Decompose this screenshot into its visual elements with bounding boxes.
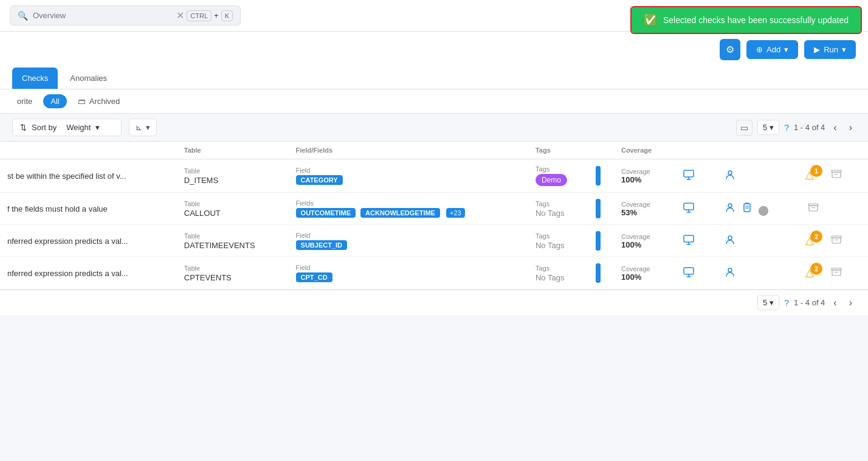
status-bar-cell [588,225,614,257]
fields-cell: FieldsOUTCOMETIMEACKNOWLEDGETIME+23 [289,193,528,225]
person-button[interactable] [722,199,739,218]
col-check-name [0,142,177,159]
filter-archived[interactable]: 🗃 Archived [73,94,125,108]
table-name-text: CALLOUT [184,209,281,218]
page-info: 1 - 4 of 4 [794,123,825,132]
table-cell: TableD_ITEMS [177,159,289,193]
tags-label: Tags [536,232,581,240]
next-page-button[interactable]: › [846,121,856,134]
svg-rect-0 [684,170,694,177]
run-button[interactable]: ▶ Run ▾ [804,40,856,59]
warning-archive-cell: △2 [798,225,868,255]
field-badge[interactable]: CATEGORY [296,175,343,185]
status-bar [596,231,601,251]
search-input[interactable] [33,11,171,20]
close-search-button[interactable]: ✕ [176,10,184,21]
archive-row-button[interactable] [828,263,844,282]
field-badge[interactable]: OUTCOMETIME [296,208,356,218]
svg-rect-12 [684,268,694,274]
table-name-text: CPTEVENTS [184,273,281,282]
page-size-value: 5 [763,123,767,132]
warning-wrap: △1 [805,168,826,181]
extra-fields-badge: +23 [446,208,465,218]
success-check-icon: ✅ [644,13,657,27]
keyboard-shortcut: ✕ CTRL + K [176,10,233,21]
svg-rect-3 [684,203,694,210]
check-name-cell: nferred expression predicts a val... [0,225,177,257]
field-badge[interactable]: SUBJECT_ID [296,240,347,250]
search-box[interactable]: 🔍 ✕ CTRL + K [10,5,241,26]
action-icon-1-cell [673,257,714,289]
table-label: Table [184,265,281,272]
archive-row-button[interactable] [805,199,821,217]
table-label: Table [184,200,281,207]
status-bar-cell [588,193,614,225]
tag-badge[interactable]: Demo [536,174,567,186]
action-icon-2-cell [714,225,798,257]
bottom-page-info: 1 - 4 of 4 [794,298,825,307]
tabs-bar: Checks Anomalies [0,68,868,89]
action-icon-2-cell: ⬤ [714,193,798,225]
action-icon-2-cell [714,257,798,289]
filter-all[interactable]: All [43,94,66,108]
check-name-text: f the fields must hold a value [7,204,108,213]
coverage-cell: Coverage100% [614,225,673,257]
archive-row-button[interactable] [828,165,844,184]
tags-cell: TagsNo Tags [528,257,588,289]
toolbar-right: ▭ 5 ▾ ? 1 - 4 of 4 ‹ › [736,120,856,136]
tags-cell: TagsNo Tags [528,225,588,257]
filter-favorite[interactable]: orite [12,94,37,108]
toolbar: ⇅ Sort by Weight ▾ ⊾ ▾ ▭ 5 ▾ ? 1 - 4 of … [0,114,868,142]
col-tags: Tags [528,142,588,159]
add-button[interactable]: ⊕ Add ▾ [746,40,798,59]
bottom-prev-page-button[interactable]: ‹ [830,296,840,310]
page-size-select[interactable]: 5 ▾ [757,120,779,135]
coverage-value: 100% [621,175,666,184]
sort-by-label: Sort by [32,123,57,132]
filter-button[interactable]: ⊾ ▾ [129,119,157,136]
person-button[interactable] [722,231,739,251]
table-row: nferred expression predicts a val...Tabl… [0,225,868,257]
warning-archive-cell: △1 [798,159,868,190]
filter-funnel-icon: ⊾ [136,123,142,132]
bottom-page-size-chevron-icon: ▾ [770,298,774,307]
monitor-button[interactable] [680,199,697,218]
monitor-button[interactable] [680,263,697,283]
person-button[interactable] [722,166,739,185]
table-label: Table [184,167,281,175]
action-icon-1-cell [673,225,714,257]
help-icon[interactable]: ? [784,123,789,133]
add-icon: ⊕ [756,45,763,54]
field-badge[interactable]: ACKNOWLEDGETIME [360,208,440,218]
tab-checks[interactable]: Checks [12,68,58,89]
check-name-text: nferred expression predicts a val... [7,269,128,278]
clipboard-button[interactable] [739,199,756,218]
coverage-cell: Coverage100% [614,257,673,289]
settings-button[interactable]: ⚙ [720,39,740,60]
tags-label: Tags [536,200,581,207]
run-icon: ▶ [814,45,820,54]
success-message: Selected checks have been successfully u… [663,15,849,25]
archive-row-button[interactable] [828,231,844,249]
prev-page-button[interactable]: ‹ [830,121,840,134]
sort-selector[interactable]: ⇅ Sort by Weight ▾ [12,119,122,136]
grid-toggle-button[interactable]: ▭ [736,120,753,136]
circle-button[interactable]: ⬤ [756,202,771,218]
person-button[interactable] [722,263,739,283]
col-table: Table [177,142,289,159]
toolbar-left: ⇅ Sort by Weight ▾ ⊾ ▾ [12,119,157,136]
table-row: nferred expression predicts a val...Tabl… [0,257,868,289]
monitor-button[interactable] [680,166,697,185]
svg-point-1 [728,171,732,175]
bottom-next-page-button[interactable]: › [846,296,856,310]
action-bar: ⚙ ⊕ Add ▾ ▶ Run ▾ [0,32,868,68]
add-label: Add [766,45,780,54]
run-chevron-icon: ▾ [842,45,846,54]
monitor-button[interactable] [680,231,697,251]
coverage-label: Coverage [621,233,666,240]
bottom-help-icon[interactable]: ? [784,298,789,308]
bottom-page-size-select[interactable]: 5 ▾ [757,295,779,310]
field-badge[interactable]: CPT_CD [296,272,332,282]
tab-anomalies[interactable]: Anomalies [60,68,117,89]
ctrl-key: CTRL [187,10,212,21]
